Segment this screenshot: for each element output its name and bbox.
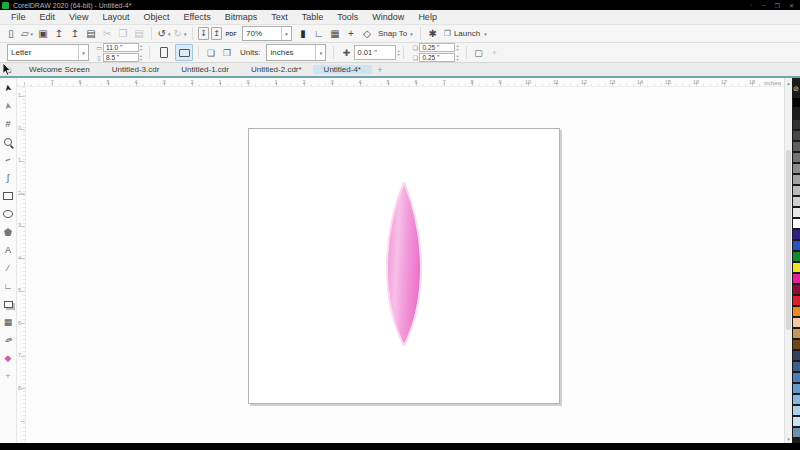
menu-help[interactable]: Help (411, 10, 444, 24)
publish-pdf-button[interactable]: PDF (224, 27, 238, 41)
palette-swatch[interactable] (793, 329, 800, 339)
menu-window[interactable]: Window (365, 10, 411, 24)
scroll-up-icon[interactable]: ▴ (785, 78, 792, 87)
duplicate-x-field[interactable]: 0.25 " (419, 43, 455, 52)
text-tool[interactable]: A (0, 241, 16, 259)
paste-button[interactable]: ▤ (132, 27, 146, 41)
snap-to-dropdown[interactable]: Snap To (378, 29, 413, 38)
show-guidelines-button[interactable]: + (344, 27, 358, 41)
palette-swatch[interactable] (793, 208, 800, 218)
palette-swatch[interactable] (793, 362, 800, 372)
duplicate-y-stepper[interactable]: ▴▾ (456, 54, 458, 61)
menu-object[interactable]: Object (136, 10, 176, 24)
show-rulers-button[interactable]: ∟ (312, 27, 326, 41)
menu-effects[interactable]: Effects (176, 10, 217, 24)
duplicate-x-stepper[interactable]: ▴▾ (456, 44, 458, 51)
export-button[interactable]: ↥ (211, 27, 222, 40)
palette-swatch[interactable] (793, 296, 800, 306)
palette-swatch[interactable] (793, 274, 800, 284)
menu-tools[interactable]: Tools (330, 10, 365, 24)
leaf-shape[interactable] (375, 182, 433, 346)
zoom-tool[interactable] (0, 133, 16, 151)
options-button[interactable]: ✱ (426, 27, 440, 41)
palette-swatch[interactable] (793, 285, 800, 295)
palette-swatch[interactable] (793, 307, 800, 317)
menu-layout[interactable]: Layout (95, 10, 136, 24)
new-document-button[interactable]: ▯ (4, 27, 18, 41)
landscape-orientation-button[interactable] (175, 44, 193, 61)
palette-swatch[interactable] (793, 98, 800, 108)
duplicate-y-field[interactable]: 0.25 " (419, 53, 455, 62)
interactive-fill-tool[interactable]: ◆ (0, 349, 16, 367)
polygon-tool[interactable] (0, 223, 16, 241)
menu-file[interactable]: File (4, 10, 33, 24)
treat-as-filled-button[interactable]: ▢ (472, 46, 486, 60)
new-tab-button[interactable]: + (372, 63, 388, 76)
page-size-select[interactable]: Letter ▾ (7, 44, 89, 61)
rectangle-tool[interactable] (0, 187, 16, 205)
page-height-field[interactable]: 8.5 " (103, 53, 139, 62)
print-button[interactable]: ▤ (84, 27, 98, 41)
customize-toolbox-button[interactable]: + (0, 367, 16, 385)
vertical-scrollbar[interactable]: ▴ ▾ (784, 78, 792, 443)
ellipse-tool[interactable] (0, 205, 16, 223)
palette-swatch[interactable] (793, 351, 800, 361)
tab-untitled-2[interactable]: Untitled-2.cdr* (240, 65, 313, 74)
palette-swatch[interactable] (793, 395, 800, 405)
artistic-media-tool[interactable]: ʃ (0, 169, 16, 187)
palette-swatch[interactable] (793, 186, 800, 196)
menu-edit[interactable]: Edit (33, 10, 63, 24)
show-grid-button[interactable]: ▦ (328, 27, 342, 41)
all-pages-button[interactable]: ❏ (204, 46, 218, 60)
cloud-download-button[interactable]: ↥ (68, 27, 82, 41)
palette-swatch[interactable] (793, 384, 800, 394)
palette-swatch[interactable] (793, 373, 800, 383)
tab-untitled-3[interactable]: Untitled-3.cdr (101, 65, 171, 74)
save-button[interactable]: ▣ (36, 27, 50, 41)
page-height-stepper[interactable]: ▴▾ (140, 54, 142, 61)
drop-shadow-tool[interactable] (0, 295, 16, 313)
palette-swatch[interactable] (793, 241, 800, 251)
cut-button[interactable]: ✂ (100, 27, 114, 41)
launch-button[interactable]: ❐ Launch (444, 29, 487, 38)
undo-button[interactable]: ↺ (157, 27, 171, 41)
palette-swatch[interactable] (793, 230, 800, 240)
palette-swatch[interactable] (793, 109, 800, 119)
drawing-canvas[interactable] (26, 87, 784, 443)
portrait-orientation-button[interactable] (155, 44, 173, 61)
palette-swatch[interactable] (793, 197, 800, 207)
minimize-button[interactable]: ─ (761, 2, 765, 9)
palette-swatch[interactable] (793, 164, 800, 174)
menu-text[interactable]: Text (264, 10, 295, 24)
zoom-level-select[interactable]: 70% ▾ (242, 26, 292, 41)
document-page[interactable] (248, 128, 560, 404)
palette-swatch[interactable] (793, 131, 800, 141)
nudge-distance-field[interactable]: 0.01 " (354, 45, 396, 60)
page-width-field[interactable]: 11.0 " (103, 43, 139, 52)
palette-swatch[interactable] (793, 406, 800, 416)
copy-button[interactable]: ❐ (116, 27, 130, 41)
full-screen-preview-button[interactable]: ▮ (296, 27, 310, 41)
palette-swatch[interactable] (793, 153, 800, 163)
palette-swatch[interactable] (793, 142, 800, 152)
snap-toggle-button[interactable]: ◇ (360, 27, 374, 41)
palette-swatch[interactable] (793, 263, 800, 273)
pick-tool[interactable]: ➤ (0, 79, 18, 98)
redo-button[interactable]: ↻ (173, 27, 187, 41)
cloud-upload-button[interactable]: ↥ (52, 27, 66, 41)
palette-swatch[interactable] (793, 120, 800, 130)
connector-tool[interactable]: ∟ (0, 277, 16, 295)
shape-tool[interactable]: ➤ (0, 97, 18, 116)
palette-swatch[interactable] (793, 175, 800, 185)
crop-tool[interactable]: # (0, 115, 16, 133)
open-button[interactable]: ▱ (20, 27, 34, 41)
menu-bitmaps[interactable]: Bitmaps (218, 10, 265, 24)
dimension-tool[interactable]: ∕ (0, 259, 16, 277)
tab-untitled-4[interactable]: Untitled-4* (313, 65, 372, 74)
palette-swatch[interactable] (793, 340, 800, 350)
close-button[interactable]: ✕ (789, 2, 794, 9)
tab-untitled-1[interactable]: Untitled-1.cdr (170, 65, 240, 74)
palette-swatch[interactable] (793, 428, 800, 438)
palette-swatch[interactable] (793, 318, 800, 328)
palette-swatch[interactable] (793, 219, 800, 229)
